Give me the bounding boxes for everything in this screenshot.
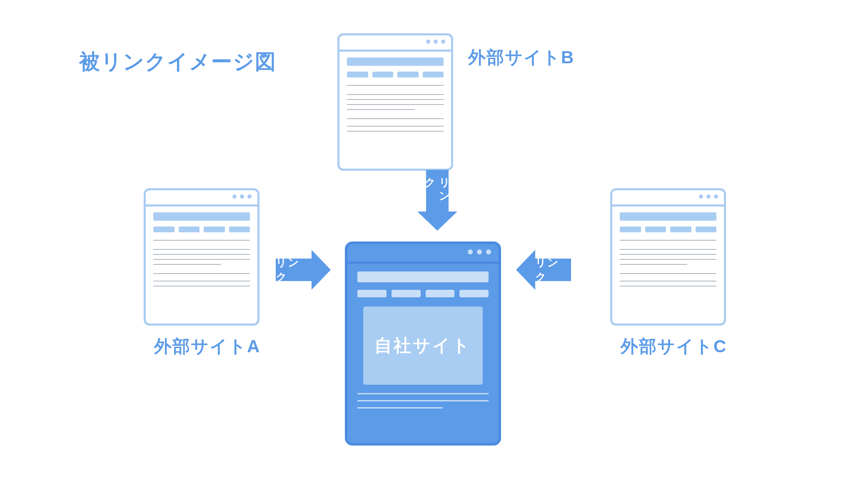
window-titlebar bbox=[339, 35, 451, 52]
window-content bbox=[612, 207, 724, 286]
link-arrow-left: リンク bbox=[276, 250, 331, 290]
window-control-dots bbox=[468, 249, 491, 254]
window-titlebar bbox=[347, 244, 499, 264]
window-control-dots bbox=[699, 194, 718, 199]
external-site-b-window bbox=[337, 33, 453, 171]
window-titlebar bbox=[612, 190, 724, 207]
window-control-dots bbox=[426, 40, 445, 44]
link-arrow-right: リンク bbox=[516, 250, 571, 290]
window-content bbox=[146, 207, 257, 286]
window-content bbox=[339, 52, 451, 132]
window-titlebar bbox=[146, 190, 257, 207]
link-arrow-label: リンク bbox=[276, 259, 312, 281]
own-site-hero-label: 自社サイト bbox=[363, 306, 483, 385]
own-site-window: 自社サイト bbox=[345, 242, 501, 446]
window-control-dots bbox=[232, 194, 252, 199]
external-site-a-window bbox=[144, 188, 259, 326]
arrow-right-icon bbox=[312, 250, 331, 290]
external-site-a-label: 外部サイトA bbox=[154, 335, 260, 358]
link-arrow-label: リンク bbox=[426, 170, 449, 212]
diagram-title: 被リンクイメージ図 bbox=[79, 48, 277, 76]
window-content: 自社サイト bbox=[347, 264, 499, 408]
external-site-c-window bbox=[610, 188, 726, 326]
external-site-c-label: 外部サイトC bbox=[621, 335, 727, 358]
arrow-left-icon bbox=[516, 250, 535, 290]
link-arrow-top: リンク bbox=[417, 170, 457, 231]
arrow-down-icon bbox=[417, 212, 457, 231]
link-arrow-label: リンク bbox=[535, 259, 571, 281]
external-site-b-label: 外部サイトB bbox=[468, 46, 574, 69]
